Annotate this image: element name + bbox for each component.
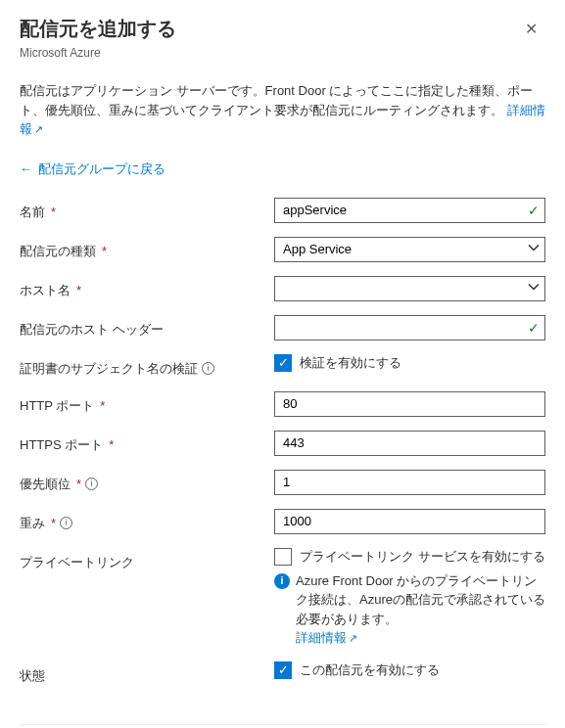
info-icon[interactable]: i [60,517,72,529]
priority-label: 優先順位* i [20,470,274,493]
name-label: 名前* [20,198,274,221]
weight-input[interactable] [274,509,545,534]
https-port-input[interactable] [274,431,545,456]
http-port-input[interactable] [274,391,545,417]
external-link-icon: ↗ [349,632,357,644]
name-input[interactable] [274,198,545,223]
back-link[interactable]: ← 配信元グループに戻る [20,160,165,178]
arrow-left-icon: ← [20,161,32,176]
private-link-checkbox-label: プライベートリンク サービスを有効にする [300,548,545,566]
info-blue-icon: i [274,573,290,589]
info-icon[interactable]: i [85,478,98,490]
private-link-checkbox[interactable] [274,548,292,566]
cert-subject-label: 証明書のサブジェクト名の検証 i [20,354,274,378]
origin-type-select[interactable] [274,237,545,262]
panel-title: 配信元を追加する [20,16,176,42]
https-port-label: HTTPS ポート* [20,431,274,454]
cert-validation-checkbox-label: 検証を有効にする [300,354,401,372]
private-link-note: Azure Front Door からのプライベートリンク接続は、Azureの配… [296,571,545,648]
description-text: 配信元はアプリケーション サーバーです。Front Door によってここに指定… [20,81,545,139]
priority-input[interactable] [274,470,545,495]
private-link-more-info[interactable]: 詳細情報↗ [296,630,357,645]
status-checkbox[interactable] [274,661,292,679]
host-name-label: ホスト名* [20,276,274,299]
status-label: 状態 [20,661,274,685]
host-name-select[interactable] [274,276,545,301]
weight-label: 重み* i [20,509,274,532]
http-port-label: HTTP ポート* [20,391,274,415]
panel-subtitle: Microsoft Azure [20,46,545,60]
status-checkbox-label: この配信元を有効にする [300,661,440,679]
private-link-label: プライベートリンク [20,548,274,571]
info-icon[interactable]: i [202,362,214,375]
external-link-icon: ↗ [34,123,43,135]
cert-validation-checkbox[interactable] [274,354,292,372]
close-icon[interactable]: ✕ [517,16,545,42]
origin-type-label: 配信元の種類* [20,237,274,260]
host-header-input[interactable] [274,315,545,341]
host-header-label: 配信元のホスト ヘッダー [20,315,274,339]
